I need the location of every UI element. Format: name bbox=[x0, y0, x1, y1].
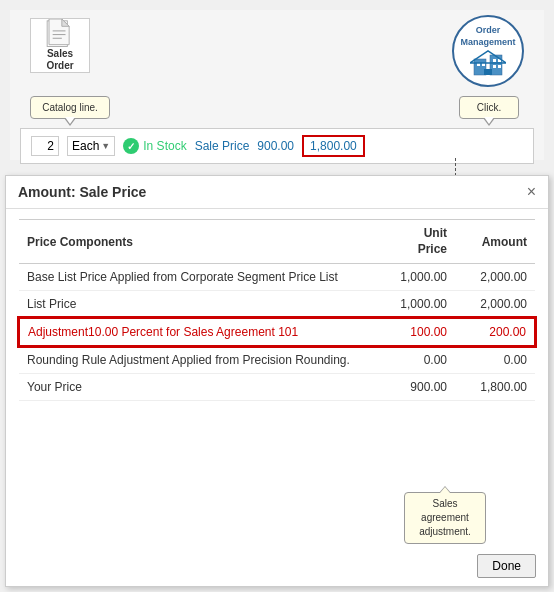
order-management-badge: Order Management bbox=[452, 15, 524, 87]
close-button[interactable]: × bbox=[527, 184, 536, 200]
page-wrapper: Sales Order Order Management bbox=[0, 0, 554, 592]
amount-value: 1,800.00 bbox=[455, 374, 535, 401]
catalog-line-callout: Catalog line. bbox=[30, 96, 110, 119]
table-row: List Price1,000.002,000.00 bbox=[19, 291, 535, 319]
order-line-row: Each ▼ ✓ In Stock Sale Price 900.00 1,80… bbox=[20, 128, 534, 164]
click-arrow-down-inner bbox=[484, 117, 494, 124]
unit-price-value: 1,000.00 bbox=[375, 291, 455, 319]
amount-header: Amount bbox=[455, 220, 535, 264]
modal-footer: Done bbox=[477, 554, 536, 578]
order-mgmt-label1: Order bbox=[476, 25, 501, 37]
header-row: Price Components Unit Price Amount bbox=[19, 220, 535, 264]
price-component-name: Base List Price Applied from Corporate S… bbox=[19, 264, 375, 291]
table-row: Your Price900.001,800.00 bbox=[19, 374, 535, 401]
in-stock-label: In Stock bbox=[143, 139, 186, 153]
svg-rect-18 bbox=[484, 69, 492, 75]
modal-body: Price Components Unit Price Amount Base … bbox=[6, 209, 548, 411]
sale-price-label: Sale Price bbox=[195, 139, 250, 153]
uom-selector[interactable]: Each ▼ bbox=[67, 136, 115, 156]
top-section: Sales Order Order Management bbox=[10, 10, 544, 160]
amount-value: 0.00 bbox=[455, 346, 535, 374]
unit-price-value: 100.00 bbox=[375, 318, 455, 346]
table-row: Adjustment10.00 Percent for Sales Agreem… bbox=[19, 318, 535, 346]
svg-rect-13 bbox=[493, 59, 496, 62]
check-icon: ✓ bbox=[123, 138, 139, 154]
price-components-header: Price Components bbox=[19, 220, 375, 264]
svg-rect-15 bbox=[493, 65, 496, 68]
sales-order-label1: Sales bbox=[47, 48, 73, 60]
order-mgmt-label2: Management bbox=[460, 37, 515, 49]
unit-price-value: 1,000.00 bbox=[375, 264, 455, 291]
catalog-arrow-down-inner bbox=[65, 117, 75, 124]
table-row: Rounding Rule Adjustment Applied from Pr… bbox=[19, 346, 535, 374]
amount-value: 200.00 bbox=[455, 318, 535, 346]
sales-agreement-text: Sales agreement adjustment. bbox=[419, 498, 471, 537]
price-component-name: Adjustment10.00 Percent for Sales Agreem… bbox=[19, 318, 375, 346]
done-button[interactable]: Done bbox=[477, 554, 536, 578]
connector-line bbox=[455, 158, 456, 176]
quantity-input[interactable] bbox=[31, 136, 59, 156]
uom-value: Each bbox=[72, 139, 99, 153]
sales-order-label2: Order bbox=[46, 60, 73, 72]
unit-price-value: 900.00 bbox=[375, 374, 455, 401]
amount-value: 2,000.00 bbox=[455, 264, 535, 291]
table-body: Base List Price Applied from Corporate S… bbox=[19, 264, 535, 401]
click-callout-text: Click. bbox=[477, 102, 501, 113]
modal-header: Amount: Sale Price × bbox=[6, 176, 548, 209]
amount-value-highlighted[interactable]: 1,800.00 bbox=[302, 135, 365, 157]
modal-title: Amount: Sale Price bbox=[18, 184, 146, 200]
svg-rect-16 bbox=[498, 65, 501, 68]
amount-modal: Amount: Sale Price × Price Components Un… bbox=[5, 175, 549, 587]
price-component-name: Your Price bbox=[19, 374, 375, 401]
price-components-table: Price Components Unit Price Amount Base … bbox=[18, 219, 536, 401]
sales-order-icon: Sales Order bbox=[30, 18, 90, 73]
click-callout: Click. bbox=[459, 96, 519, 119]
table-row: Base List Price Applied from Corporate S… bbox=[19, 264, 535, 291]
sales-agreement-callout: Sales agreement adjustment. bbox=[404, 492, 486, 544]
order-mgmt-icon bbox=[470, 49, 506, 77]
price-component-name: List Price bbox=[19, 291, 375, 319]
price-component-name: Rounding Rule Adjustment Applied from Pr… bbox=[19, 346, 375, 374]
uom-chevron-icon: ▼ bbox=[101, 141, 110, 151]
sale-price-value: 900.00 bbox=[257, 139, 294, 153]
amount-value: 2,000.00 bbox=[455, 291, 535, 319]
in-stock-badge: ✓ In Stock bbox=[123, 138, 186, 154]
unit-price-header: Unit Price bbox=[375, 220, 455, 264]
svg-marker-5 bbox=[62, 19, 69, 26]
unit-price-value: 0.00 bbox=[375, 346, 455, 374]
catalog-callout-text: Catalog line. bbox=[42, 102, 98, 113]
table-header: Price Components Unit Price Amount bbox=[19, 220, 535, 264]
